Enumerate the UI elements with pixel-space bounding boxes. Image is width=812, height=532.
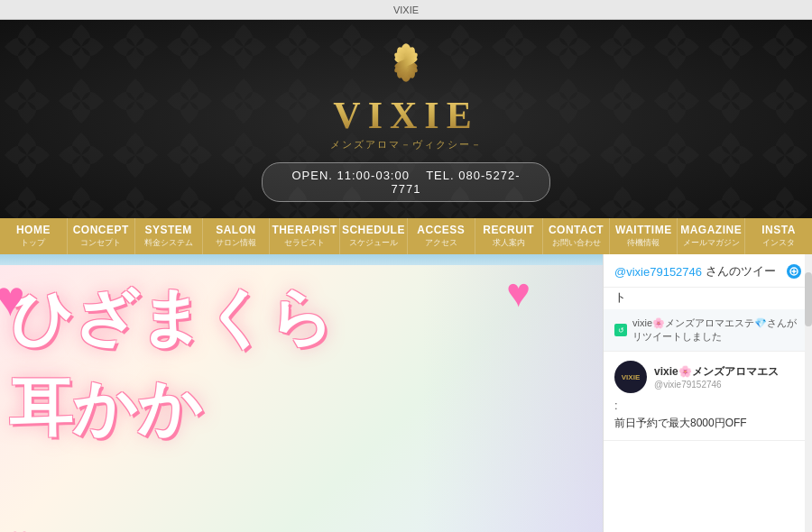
nav-item-recruit[interactable]: RECRUIT求人案内 (475, 218, 543, 254)
nav-item-system[interactable]: SYSTEM料金システム (135, 218, 203, 254)
scrollbar-thumb[interactable] (805, 272, 812, 326)
nav-item-magazine[interactable]: MAGAZINEメールマガジン (678, 218, 745, 254)
nav-item-access[interactable]: ACCESSアクセス (408, 218, 475, 254)
browser-title: VIXIE (393, 5, 419, 15)
left-content: ♥ ひざまくら ♥ 耳かか ♥ (0, 254, 603, 532)
banner-text-line1: ひざまくら (9, 283, 334, 353)
twitter-header-text: さんのツイー (706, 263, 776, 280)
header-content: VIXIE メンズアロマ－ヴィクシー－ OPEN. 11:00-03:00 TE… (0, 38, 812, 202)
retweet-notice: ↺ vixie🌸メンズアロマエステ💎さんがリツイートしました (604, 309, 812, 352)
nav-item-contact[interactable]: CONTACTお問い合わせ (543, 218, 611, 254)
main-navigation: HOMEトップCONCEPTコンセプトSYSTEM料金システムSALONサロン情… (0, 218, 812, 254)
twitter-user-link[interactable]: @vixie79152746 (614, 265, 702, 279)
scrollbar-track[interactable] (805, 254, 812, 532)
tweet-colon: : (614, 399, 801, 412)
nav-item-concept[interactable]: CONCEPTコンセプト (68, 218, 135, 254)
tweet-username: vixie🌸メンズアロマエス (654, 364, 779, 380)
browser-chrome: VIXIE (0, 0, 812, 20)
tweet-user-info: vixie🌸メンズアロマエス @vixie79152746 (654, 364, 779, 390)
open-hours: OPEN. 11:00-03:00 (291, 169, 409, 182)
nav-item-insta[interactable]: INSTAインスタ (745, 218, 812, 254)
tweet-handle: @vixie79152746 (654, 380, 779, 390)
tweet-promo-text: 前日予約で最大8000円OFF (614, 416, 801, 431)
twitter-sidebar: @vixie79152746 さんのツイー ト ↺ vixie🌸メンズアロマエス… (603, 254, 812, 532)
banner-text-line2: 耳かか (9, 373, 202, 443)
retweet-icon: ↺ (614, 324, 627, 336)
nav-item-salon[interactable]: SALONサロン情報 (203, 218, 271, 254)
tweet-label: ト (604, 288, 812, 309)
twitter-header: @vixie79152746 さんのツイー (604, 254, 812, 288)
tweet-item: VIXIE vixie🌸メンズアロマエス @vixie79152746 : 前日… (604, 352, 812, 441)
twitter-scroll-icon (787, 264, 801, 279)
nav-item-waittime[interactable]: WAITTIME待機情報 (610, 218, 678, 254)
site-title: VIXIE (0, 95, 812, 136)
banner-area: ♥ ひざまくら ♥ 耳かか ♥ (0, 265, 603, 532)
site-subtitle: メンズアロマ－ヴィクシー－ (0, 138, 812, 151)
heart-decoration-1: ♥ (0, 270, 25, 327)
lotus-icon (370, 38, 442, 87)
contact-bar: OPEN. 11:00-03:00 TEL. 080-5272-7771 (262, 162, 550, 202)
main-layout: ♥ ひざまくら ♥ 耳かか ♥ @vixie79152746 さんのツイー ト … (0, 254, 812, 532)
nav-item-schedule[interactable]: SCHEDULEスケジュール (340, 218, 408, 254)
tel-number: TEL. 080-5272-7771 (392, 169, 521, 196)
tweet-user-row: VIXIE vixie🌸メンズアロマエス @vixie79152746 (614, 361, 801, 393)
twitter-link[interactable]: @vixie79152746 (614, 265, 702, 279)
heart-decoration-3: ♥ (9, 519, 31, 532)
nav-item-therapist[interactable]: THERAPISTセラピスト (270, 218, 340, 254)
nav-item-home[interactable]: HOMEトップ (0, 218, 68, 254)
blue-strip (0, 254, 603, 265)
heart-decoration-2: ♥ (506, 270, 531, 316)
retweet-text: vixie🌸メンズアロマエステ💎さんがリツイートしました (632, 316, 801, 344)
tweet-avatar: VIXIE (614, 361, 647, 393)
site-header: VIXIE メンズアロマ－ヴィクシー－ OPEN. 11:00-03:00 TE… (0, 20, 812, 218)
